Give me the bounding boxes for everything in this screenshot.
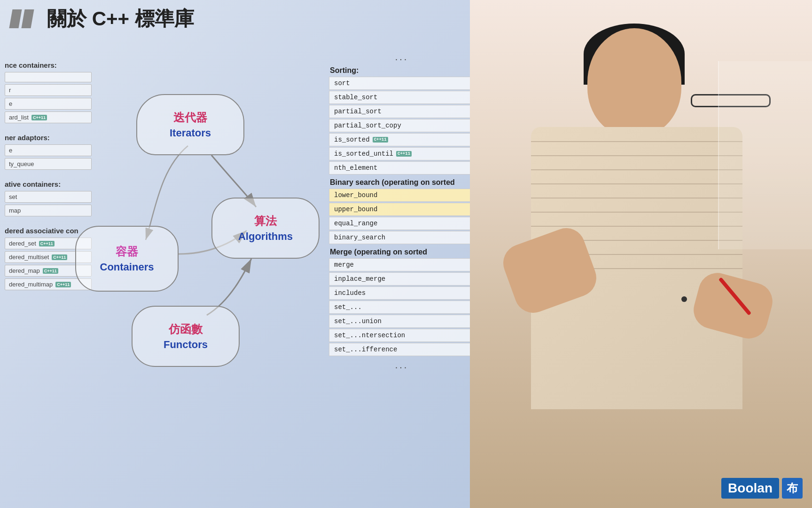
boolan-text: Boolan [721,478,779,499]
algo-is-sorted: is_sorted C++11 [329,133,475,146]
iterators-en: Iterators [170,127,211,139]
title-icon [9,7,38,31]
algo-merge: merge [329,258,475,271]
algo-panel: ... Sorting: sort stable_sort partial_so… [329,52,475,374]
algo-sort: sort [329,77,475,90]
containers-zh: 容器 [116,244,138,259]
algo-set-difference: set_...ifference [329,343,475,356]
stripe-1 [531,141,742,142]
dots-bottom: ... [329,360,475,371]
diagram-area: 迭代器 Iterators 容器 Containers 算法 Algorithm… [75,94,338,386]
iterators-zh: 迭代器 [173,110,207,125]
cpp11-badge-2: C++11 [39,241,55,246]
stripe-2 [531,155,742,156]
stripe-4 [531,183,742,184]
head [587,28,681,136]
slide-area: 關於 C++ 標準庫 nce containers: r e ard_list … [0,0,475,508]
binary-search-section: Binary search (operating on sorted lower… [329,178,475,244]
stripe-3 [531,169,742,170]
cpp11-badge-4: C++11 [43,268,58,274]
algo-is-sorted-until: is_sorted_until C++11 [329,147,475,160]
presenter-area: Boolan 布 [470,0,812,508]
algo-set-union: set_...union [329,315,475,328]
algo-nth-element: nth_element [329,161,475,175]
algorithms-en: Algorithms [238,230,293,243]
boolan-logo: Boolan 布 [721,478,803,499]
cpp11-badge-1: C++11 [31,115,47,120]
algo-lower-bound: lower_bound [329,189,475,202]
dots-top: ... [329,52,475,63]
sorting-label: Sorting: [329,66,475,75]
containers-cloud: 容器 Containers [75,226,179,292]
side-content-panel [718,61,812,249]
functors-zh: 仿函數 [169,322,203,337]
algo-set-1: set_... [329,301,475,314]
containers-en: Containers [100,261,154,273]
algo-binary-search: binary_search [329,231,475,244]
merge-label: Merge (operating on sorted [329,248,475,256]
seq-item-1 [5,72,92,82]
algo-stable-sort: stable_sort [329,91,475,104]
algo-set-intersection: set_...ntersection [329,329,475,342]
iterators-cloud: 迭代器 Iterators [136,94,244,155]
title-bar: 關於 C++ 標準庫 [0,0,475,38]
stripe-6 [531,212,742,213]
algo-inplace-merge: inplace_merge [329,272,475,286]
seq-item-4-text: ard_list [9,114,29,121]
stripe-7 [531,226,742,227]
algo-partial-sort-copy: partial_sort_copy [329,119,475,132]
sorting-section: Sorting: sort stable_sort partial_sort p… [329,66,475,175]
binary-search-label: Binary search (operating on sorted [329,178,475,187]
page-title: 關於 C++ 標準庫 [47,6,194,32]
stripe-5 [531,198,742,198]
algo-includes: includes [329,286,475,300]
microphone [681,296,687,302]
presenter-background: Boolan 布 [470,0,812,508]
algo-equal-range: equal_range [329,217,475,230]
sequence-label: nce containers: [5,61,92,69]
functors-en: Functors [164,339,208,351]
algo-upper-bound: upper_bound [329,203,475,216]
algorithms-cloud: 算法 Algorithms [211,198,320,259]
merge-section: Merge (operating on sorted merge inplace… [329,248,475,356]
functors-cloud: 仿函數 Functors [132,306,240,367]
is-sorted-badge: C++11 [373,137,388,143]
algo-partial-sort: partial_sort [329,105,475,118]
cpp11-badge-5: C++11 [55,282,71,287]
boolan-zh: 布 [782,478,803,499]
cpp11-badge-3: C++11 [52,254,67,260]
is-sorted-until-badge: C++11 [396,151,412,157]
algorithms-zh: 算法 [254,214,277,229]
